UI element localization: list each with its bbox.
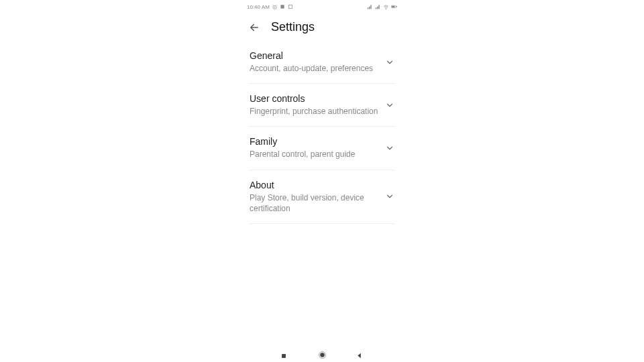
item-text: User controls Fingerprint, purchase auth…	[250, 93, 385, 117]
status-right	[367, 4, 397, 10]
svg-rect-1	[281, 5, 284, 8]
item-title: General	[250, 50, 380, 61]
alarm-icon	[272, 4, 278, 10]
app-bar: Settings	[241, 12, 402, 41]
chevron-down-icon	[385, 58, 394, 67]
status-bar: 10:40 AM	[241, 0, 402, 12]
item-title: About	[250, 180, 380, 190]
settings-list: General Account, auto-update, preference…	[241, 41, 402, 224]
nav-recent-icon[interactable]	[280, 350, 288, 358]
item-text: General Account, auto-update, preference…	[250, 50, 385, 74]
svg-rect-5	[396, 6, 397, 7]
status-left: 10:40 AM	[247, 4, 294, 10]
item-text: About Play Store, build version, device …	[250, 180, 385, 214]
signal2-icon	[375, 4, 381, 10]
status-time: 10:40 AM	[247, 4, 270, 10]
item-subtitle: Fingerprint, purchase authentication	[250, 106, 380, 117]
battery-icon	[391, 4, 397, 10]
svg-point-3	[386, 9, 386, 9]
page-title: Settings	[271, 20, 315, 34]
phone-screen: 10:40 AM	[241, 0, 402, 362]
notification-square-icon	[280, 4, 286, 10]
item-title: User controls	[250, 93, 380, 104]
nav-bar	[241, 350, 402, 358]
notification-icon	[288, 4, 294, 10]
wifi-icon	[383, 4, 389, 10]
svg-rect-6	[392, 6, 394, 7]
item-text: Family Parental control, parent guide	[250, 136, 385, 160]
chevron-down-icon	[385, 101, 394, 110]
svg-rect-7	[282, 354, 286, 358]
settings-item-user-controls[interactable]: User controls Fingerprint, purchase auth…	[250, 84, 394, 127]
signal-icon	[367, 4, 373, 10]
back-arrow-icon[interactable]	[248, 21, 260, 34]
svg-point-8	[320, 353, 325, 357]
item-subtitle: Account, auto-update, preferences	[250, 63, 380, 74]
chevron-down-icon	[385, 192, 394, 201]
nav-home-icon[interactable]	[318, 350, 326, 358]
item-subtitle: Play Store, build version, device certif…	[250, 192, 380, 214]
svg-rect-2	[289, 5, 292, 8]
settings-item-general[interactable]: General Account, auto-update, preference…	[250, 41, 394, 84]
nav-back-icon[interactable]	[356, 350, 364, 358]
item-title: Family	[250, 136, 380, 147]
chevron-down-icon	[385, 143, 394, 153]
item-subtitle: Parental control, parent guide	[250, 149, 380, 160]
settings-item-about[interactable]: About Play Store, build version, device …	[250, 170, 394, 224]
settings-item-family[interactable]: Family Parental control, parent guide	[250, 127, 394, 170]
